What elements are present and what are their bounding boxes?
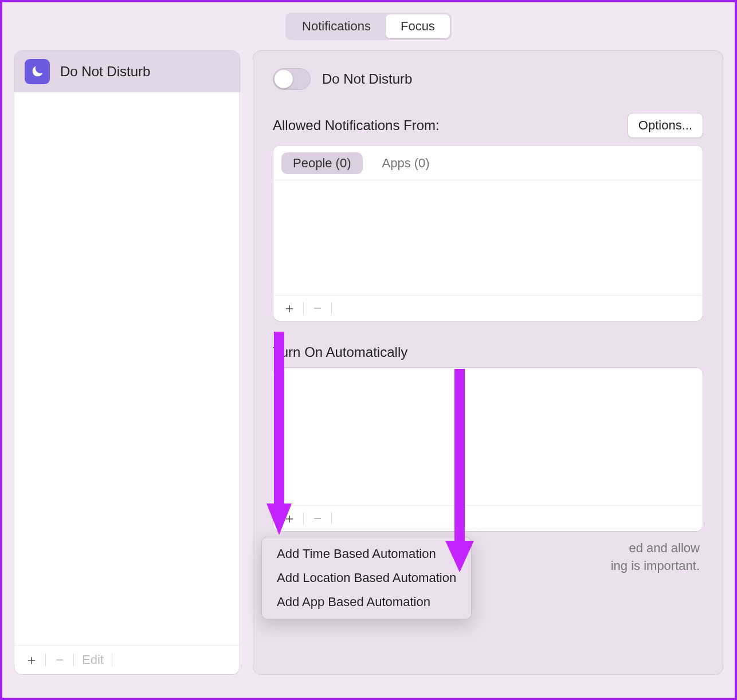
divider (112, 654, 112, 666)
tab-apps[interactable]: Apps (0) (371, 152, 441, 174)
plus-icon: ＋ (283, 512, 296, 525)
tab-focus[interactable]: Focus (386, 14, 450, 38)
options-button[interactable]: Options... (628, 113, 703, 138)
minus-icon: − (56, 653, 64, 667)
divider (45, 654, 46, 666)
auto-list (273, 368, 703, 505)
top-tabs: Notifications Focus (14, 13, 723, 40)
remove-focus-button[interactable]: − (52, 652, 68, 668)
auto-title: Turn On Automatically (273, 344, 407, 360)
allowed-panel: People (0) Apps (0) ＋ − (273, 145, 703, 321)
auto-section-header: Turn On Automatically (273, 344, 703, 360)
divider (331, 302, 332, 314)
allowed-tabs: People (0) Apps (0) (273, 145, 703, 180)
add-automation-button[interactable]: ＋ (281, 510, 297, 526)
edit-button[interactable]: Edit (80, 651, 106, 668)
tab-people[interactable]: People (0) (281, 152, 363, 174)
divider (303, 512, 304, 525)
dnd-toggle-row: Do Not Disturb (273, 68, 703, 90)
menu-item-location-automation[interactable]: Add Location Based Automation (265, 566, 468, 590)
plus-icon: ＋ (283, 301, 296, 315)
moon-icon (25, 59, 50, 84)
auto-panel: ＋ − (273, 367, 703, 532)
menu-item-app-automation[interactable]: Add App Based Automation (265, 590, 468, 614)
divider (331, 512, 332, 525)
auto-footer: ＋ − (273, 505, 703, 531)
allowed-title: Allowed Notifications From: (273, 117, 440, 133)
sidebar-item-label: Do Not Disturb (60, 64, 150, 80)
add-focus-button[interactable]: ＋ (23, 652, 40, 668)
allowed-list (273, 180, 703, 295)
automation-type-menu: Add Time Based Automation Add Location B… (261, 537, 472, 619)
sidebar-footer: ＋ − Edit (14, 645, 240, 674)
main-panel: Do Not Disturb Allowed Notifications Fro… (253, 50, 723, 675)
plus-icon: ＋ (25, 653, 38, 667)
sidebar-item-do-not-disturb[interactable]: Do Not Disturb (14, 51, 240, 92)
menu-item-time-automation[interactable]: Add Time Based Automation (265, 542, 468, 566)
allowed-footer: ＋ − (273, 295, 703, 321)
segmented-control: Notifications Focus (285, 13, 452, 40)
tab-notifications[interactable]: Notifications (287, 14, 386, 38)
remove-allowed-button[interactable]: − (309, 300, 326, 316)
focus-list: Do Not Disturb ＋ − Edit (14, 50, 240, 675)
dnd-toggle[interactable] (273, 68, 311, 90)
toggle-knob (275, 70, 293, 88)
remove-automation-button[interactable]: − (309, 510, 326, 526)
minus-icon: − (313, 512, 322, 525)
minus-icon: − (313, 301, 322, 315)
add-allowed-button[interactable]: ＋ (281, 300, 297, 316)
divider (303, 302, 304, 314)
dnd-toggle-label: Do Not Disturb (322, 71, 412, 87)
divider (73, 654, 74, 666)
allowed-section-header: Allowed Notifications From: Options... (273, 113, 703, 138)
